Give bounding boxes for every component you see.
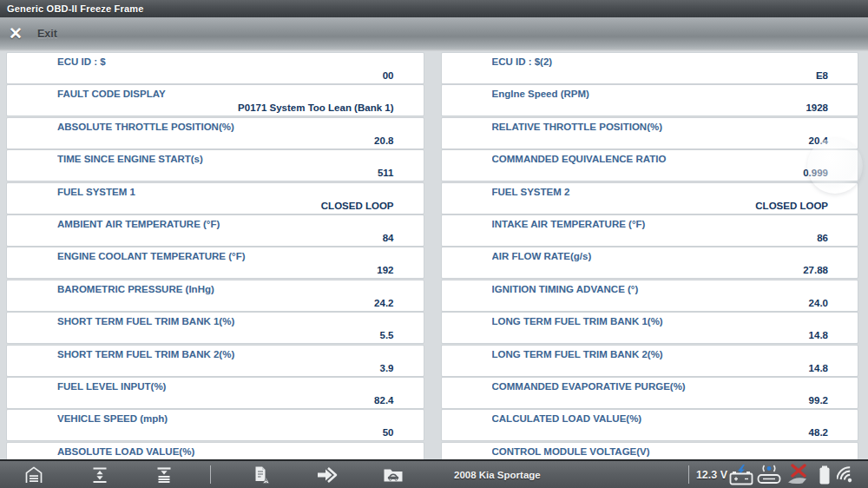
parameter-label: COMMANDED EVAPORATIVE PURGE(%)	[492, 381, 829, 392]
parameter-value: 5.5	[57, 330, 394, 340]
parameter-row: SHORT TERM FUEL TRIM BANK 1(%) 5.5	[7, 313, 424, 343]
parameter-label: ECU ID : $	[57, 56, 394, 67]
parameter-value: 511	[57, 168, 394, 178]
parameter-row: FAULT CODE DISPLAY P0171 System Too Lean…	[7, 85, 424, 115]
parameter-value: 24.0	[492, 298, 829, 308]
status-bar: 2008 Kia Sportage 12.3 V	[0, 459, 868, 488]
parameter-value: 82.4	[57, 395, 394, 406]
window-title-bar: Generic OBD-II Freeze Frame	[0, 0, 868, 17]
parameter-label: FUEL SYSTEM 1	[57, 187, 394, 197]
parameter-label: BAROMETRIC PRESSURE (InHg)	[57, 284, 394, 294]
page-title: Generic OBD-II Freeze Frame	[7, 3, 144, 14]
freeze-frame-list-icon[interactable]	[151, 461, 177, 488]
parameter-row: COMMANDED EVAPORATIVE PURGE(%) 99.2	[442, 378, 858, 408]
tablet-battery-icon	[814, 461, 835, 488]
status-bar-divider	[688, 465, 689, 484]
parameter-value: P0171 System Too Lean (Bank 1)	[57, 102, 394, 113]
exit-button[interactable]: Exit	[37, 28, 57, 40]
parameter-row: AMBIENT AIR TEMPERATURE (°F) 84	[7, 215, 424, 246]
parameter-value: 99.2	[492, 395, 829, 406]
freeze-frame-right-column: ECU ID : $(2) E8 EngIne Speed (RPM) 1928…	[442, 53, 858, 460]
parameter-label: AIR FLOW RATE(g/s)	[492, 251, 829, 261]
parameter-row: CONTROL MODULE VOLTAGE(V)	[442, 443, 858, 460]
wifi-icon	[835, 461, 865, 488]
parameter-label: IGNITION TIMING ADVANCE (°)	[492, 284, 829, 294]
parameter-value: CLOSED LOOP	[492, 201, 829, 211]
parameter-value: 00	[57, 70, 394, 81]
parameter-row: LONG TERM FUEL TRIM BANK 2(%) 14.8	[442, 346, 858, 376]
parameter-row: RELATIVE THROTTLE POSITION(%) 20.4	[442, 118, 858, 148]
parameter-value: 14.8	[492, 363, 829, 373]
parameter-label: FUEL LEVEL INPUT(%)	[57, 381, 394, 392]
parameter-value: 20.8	[57, 135, 394, 146]
battery-voltage-label: 12.3 V	[694, 461, 729, 488]
status-bar-divider	[210, 465, 211, 484]
current-vehicle-label: 2008 Kia Sportage	[454, 461, 628, 488]
floating-touch-button[interactable]	[807, 138, 863, 194]
parameter-value: 50	[57, 427, 394, 438]
parameter-row: LONG TERM FUEL TRIM BANK 1(%) 14.8	[442, 313, 858, 343]
parameter-row: TIME SINCE ENGINE START(s) 511	[7, 150, 424, 181]
parameter-label: FAULT CODE DISPLAY	[57, 89, 394, 99]
parameter-row: IGNITION TIMING ADVANCE (°) 24.0	[442, 280, 858, 311]
parameter-value: E8	[492, 70, 829, 81]
parameter-row: CALCULATED LOAD VALUE(%) 48.2	[442, 410, 858, 440]
parameter-label: CALCULATED LOAD VALUE(%)	[492, 413, 829, 424]
parameter-value: 1928	[492, 102, 829, 113]
parameter-value: 48.2	[492, 427, 829, 438]
parameter-label: RELATIVE THROTTLE POSITION(%)	[492, 122, 829, 132]
parameter-value: 3.9	[57, 363, 394, 373]
parameter-row: ECU ID : $ 00	[7, 53, 424, 83]
parameter-row: ABSOLUTE LOAD VALUE(%)	[7, 443, 424, 460]
parameter-row: FUEL SYSTEM 2 CLOSED LOOP	[442, 183, 858, 214]
parameter-value: 0.999	[492, 168, 829, 178]
parameter-value: 20.4	[492, 135, 829, 146]
parameter-value: 192	[57, 265, 394, 275]
vci-signal-icon	[755, 461, 783, 488]
exit-toolbar: ✕ Exit	[0, 17, 868, 50]
parameter-row: FUEL SYSTEM 1 CLOSED LOOP	[7, 183, 424, 214]
parameter-label: LONG TERM FUEL TRIM BANK 1(%)	[492, 316, 829, 326]
parameter-value: 14.8	[492, 330, 829, 340]
garage-home-icon[interactable]	[21, 461, 47, 488]
live-data-expand-icon[interactable]	[87, 461, 113, 488]
parameter-label: ENGINE COOLANT TEMPERATURE (°F)	[57, 251, 394, 261]
parameter-label: SHORT TERM FUEL TRIM BANK 1(%)	[57, 316, 394, 326]
parameter-value: 86	[492, 233, 829, 243]
parameter-label: EngIne Speed (RPM)	[492, 89, 829, 99]
parameter-row: COMMANDED EQUIVALENCE RATIO 0.999	[442, 150, 858, 181]
parameter-label: CONTROL MODULE VOLTAGE(V)	[492, 446, 829, 457]
parameter-row: SHORT TERM FUEL TRIM BANK 2(%) 3.9	[7, 346, 424, 376]
parameter-label: ABSOLUTE THROTTLE POSITION(%)	[57, 122, 394, 132]
vehicle-folder-icon[interactable]	[380, 461, 406, 488]
parameter-row: INTAKE AIR TEMPERATURE (°F) 86	[442, 215, 858, 246]
parameter-label: VEHICLE SPEED (mph)	[57, 413, 394, 424]
parameter-label: AMBIENT AIR TEMPERATURE (°F)	[57, 219, 394, 229]
parameter-label: COMMANDED EQUIVALENCE RATIO	[492, 154, 829, 164]
parameter-row: VEHICLE SPEED (mph) 50	[7, 410, 424, 440]
parameter-row: FUEL LEVEL INPUT(%) 82.4	[7, 378, 424, 408]
parameter-row: ENGINE COOLANT TEMPERATURE (°F) 192	[7, 247, 424, 278]
connector-entry-icon[interactable]	[314, 461, 340, 488]
parameter-value: 24.2	[57, 298, 394, 308]
freeze-frame-panel: ECU ID : $ 00 FAULT CODE DISPLAY P0171 S…	[0, 50, 868, 460]
parameter-label: FUEL SYSTEM 2	[492, 187, 829, 197]
parameter-value: CLOSED LOOP	[57, 201, 394, 211]
parameter-label: TIME SINCE ENGINE START(s)	[57, 154, 394, 164]
parameter-value: 84	[57, 233, 394, 243]
parameter-label: SHORT TERM FUEL TRIM BANK 2(%)	[57, 349, 394, 359]
car-battery-charging-icon	[727, 461, 755, 488]
parameter-label: ABSOLUTE LOAD VALUE(%)	[57, 446, 394, 457]
close-icon[interactable]: ✕	[9, 25, 23, 42]
parameter-label: ECU ID : $(2)	[492, 56, 829, 67]
parameter-label: INTAKE AIR TEMPERATURE (°F)	[492, 219, 829, 229]
parameter-label: LONG TERM FUEL TRIM BANK 2(%)	[492, 349, 829, 359]
dtc-report-icon[interactable]	[247, 461, 273, 488]
parameter-row: EngIne Speed (RPM) 1928	[442, 85, 858, 115]
parameter-row: ECU ID : $(2) E8	[442, 53, 858, 83]
parameter-row: AIR FLOW RATE(g/s) 27.88	[442, 247, 858, 278]
disconnected-icon	[785, 461, 812, 488]
parameter-row: ABSOLUTE THROTTLE POSITION(%) 20.8	[7, 118, 424, 148]
parameter-row: BAROMETRIC PRESSURE (InHg) 24.2	[7, 280, 424, 311]
parameter-value: 27.88	[492, 265, 829, 275]
